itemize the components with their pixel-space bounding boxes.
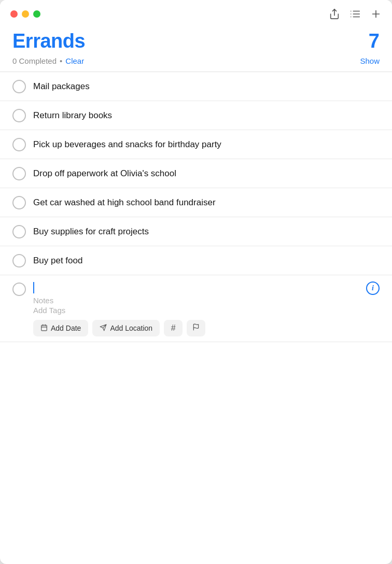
task-checkbox-4[interactable] xyxy=(12,167,26,180)
svg-rect-9 xyxy=(41,325,47,331)
task-text-5: Get car washed at high school band fundr… xyxy=(33,195,380,209)
tags-placeholder[interactable]: Add Tags xyxy=(33,305,380,315)
action-buttons: Add Date Add Location # xyxy=(33,320,380,336)
traffic-lights xyxy=(10,10,40,18)
info-button[interactable]: i xyxy=(366,281,380,295)
task-text-3: Pick up beverages and snacks for birthda… xyxy=(33,137,380,151)
add-flag-button[interactable] xyxy=(187,320,205,336)
share-icon[interactable] xyxy=(329,8,340,20)
notes-placeholder[interactable]: Notes xyxy=(33,295,380,305)
flag-icon xyxy=(192,323,200,333)
task-text-2: Return library books xyxy=(33,108,380,122)
task-checkbox-2[interactable] xyxy=(12,109,26,122)
add-location-button[interactable]: Add Location xyxy=(92,320,160,336)
toolbar-icons xyxy=(329,8,382,20)
calendar-icon xyxy=(40,324,48,333)
minimize-button[interactable] xyxy=(22,10,29,18)
task-item: Buy supplies for craft projects xyxy=(0,217,392,246)
task-text-4: Drop off paperwork at Olivia's school xyxy=(33,166,380,180)
title-bar xyxy=(0,0,392,24)
active-task-entry: i Notes Add Tags xyxy=(0,275,392,342)
text-cursor xyxy=(33,282,34,293)
task-item: Pick up beverages and snacks for birthda… xyxy=(0,130,392,159)
hash-icon: # xyxy=(171,323,176,333)
task-item: Buy pet food xyxy=(0,246,392,275)
header: Errands 7 xyxy=(0,24,392,54)
dot-separator: • xyxy=(60,57,62,65)
close-button[interactable] xyxy=(10,10,18,18)
task-text-1: Mail packages xyxy=(33,79,380,93)
location-icon xyxy=(100,324,107,333)
maximize-button[interactable] xyxy=(33,10,40,18)
info-icon-container: i xyxy=(366,280,380,295)
add-location-label: Add Location xyxy=(110,324,152,332)
task-item: Return library books xyxy=(0,101,392,130)
completed-text: 0 Completed xyxy=(12,57,57,65)
task-text-6: Buy supplies for craft projects xyxy=(33,224,380,238)
task-checkbox-3[interactable] xyxy=(12,138,26,151)
text-input-line: i xyxy=(33,280,380,295)
clear-button[interactable]: Clear xyxy=(65,57,84,65)
task-checkbox-1[interactable] xyxy=(12,80,26,93)
completed-bar: 0 Completed • Clear Show xyxy=(0,54,392,72)
task-checkbox-7[interactable] xyxy=(12,254,26,267)
task-text-7: Buy pet food xyxy=(33,253,380,267)
active-entry-content: i Notes Add Tags xyxy=(33,280,380,336)
show-button[interactable]: Show xyxy=(360,57,380,65)
task-list: Mail packages Return library books Pick … xyxy=(0,72,392,342)
task-checkbox-new[interactable] xyxy=(12,283,26,296)
add-tag-button[interactable]: # xyxy=(164,320,183,336)
task-checkbox-6[interactable] xyxy=(12,225,26,238)
task-item: Get car washed at high school band fundr… xyxy=(0,188,392,217)
completed-info: 0 Completed • Clear xyxy=(12,57,84,65)
list-view-icon[interactable] xyxy=(349,8,361,20)
task-item: Drop off paperwork at Olivia's school xyxy=(0,159,392,188)
task-checkbox-5[interactable] xyxy=(12,196,26,209)
list-title: Errands xyxy=(12,30,85,52)
add-task-icon[interactable] xyxy=(370,8,382,20)
main-window: Errands 7 0 Completed • Clear Show Mail … xyxy=(0,0,392,564)
task-item: Mail packages xyxy=(0,72,392,101)
add-date-label: Add Date xyxy=(51,324,81,332)
add-date-button[interactable]: Add Date xyxy=(33,320,88,336)
list-count: 7 xyxy=(369,30,380,52)
